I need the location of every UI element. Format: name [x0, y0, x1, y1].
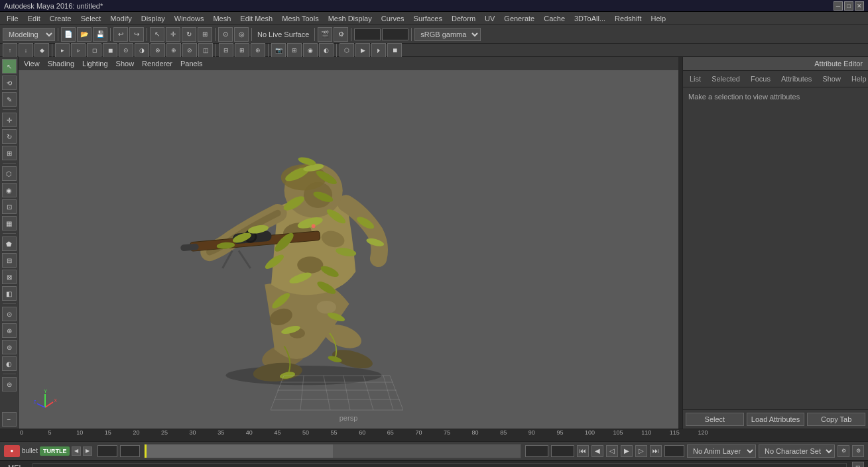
- viewport-menu-panels[interactable]: Panels: [178, 58, 206, 69]
- lasso-select-button[interactable]: ⊙: [218, 27, 233, 42]
- frame-jump-input[interactable]: 1: [664, 445, 684, 457]
- playback-end-input[interactable]: 200: [551, 445, 574, 457]
- prev-frame-button[interactable]: ◀: [72, 446, 81, 456]
- keyframe-button[interactable]: ◆: [34, 43, 49, 58]
- menu-windows[interactable]: Windows: [170, 13, 208, 24]
- viewport-menu-show[interactable]: Show: [113, 58, 137, 69]
- grid-btn[interactable]: ⊞: [287, 43, 302, 58]
- scale-button[interactable]: ⊞: [2, 146, 17, 160]
- rotate-tool-button[interactable]: ↻: [182, 27, 196, 42]
- icon-btn-9[interactable]: ⊘: [182, 43, 197, 58]
- icon-btn-5[interactable]: ⊙: [119, 43, 133, 58]
- icon-btn-3[interactable]: ◻: [87, 43, 101, 58]
- next-frame-button[interactable]: ▶: [83, 446, 92, 456]
- icon-btn-1[interactable]: ▸: [55, 43, 70, 58]
- stop-render-btn[interactable]: ⏹: [387, 43, 402, 58]
- menu-help[interactable]: Help: [647, 13, 670, 24]
- value-b-input[interactable]: 1.00: [382, 28, 408, 40]
- value-a-input[interactable]: 0.00: [354, 28, 381, 40]
- icon-btn-6[interactable]: ◑: [135, 43, 149, 58]
- snap-btn-1[interactable]: ⊟: [219, 43, 233, 58]
- tool-13[interactable]: ⊟: [2, 253, 17, 268]
- menu-mesh[interactable]: Mesh: [209, 13, 235, 24]
- gamma-dropdown[interactable]: sRGB gamma Linear: [414, 28, 481, 41]
- play-back-button[interactable]: ◁: [606, 445, 618, 457]
- menu-3dtoall[interactable]: 3DToAll...: [570, 13, 609, 24]
- lasso-button[interactable]: ⟲: [2, 76, 17, 90]
- paint-button[interactable]: ✎: [2, 92, 17, 107]
- save-file-button[interactable]: 💾: [93, 27, 107, 42]
- menu-cache[interactable]: Cache: [540, 13, 569, 24]
- shading-btn[interactable]: ◐: [319, 43, 334, 58]
- menu-create[interactable]: Create: [46, 13, 76, 24]
- icon-btn-7[interactable]: ⊗: [151, 43, 165, 58]
- menu-mesh-tools[interactable]: Mesh Tools: [278, 13, 322, 24]
- select-tool-button[interactable]: ↖: [150, 27, 164, 42]
- minimize-button[interactable]: ─: [834, 1, 843, 11]
- menu-uv[interactable]: UV: [481, 13, 499, 24]
- menu-curves[interactable]: Curves: [377, 13, 408, 24]
- icon-btn-4[interactable]: ◼: [103, 43, 117, 58]
- menu-display[interactable]: Display: [137, 13, 169, 24]
- viewport-menu-view[interactable]: View: [21, 58, 42, 69]
- go-end-button[interactable]: ⏭: [650, 445, 662, 457]
- move-tool-button[interactable]: ✛: [166, 27, 180, 42]
- attr-tab-help[interactable]: Help: [847, 74, 868, 84]
- icon-btn-8[interactable]: ⊕: [166, 43, 181, 58]
- viewport-menu-lighting[interactable]: Lighting: [80, 58, 111, 69]
- paint-select-button[interactable]: ◎: [234, 27, 249, 42]
- menu-redshift[interactable]: Redshift: [611, 13, 645, 24]
- char-settings-button[interactable]: ⚙: [852, 445, 864, 457]
- anim-layer-select[interactable]: No Anim Layer BaseAnimation: [687, 444, 756, 458]
- tool-19[interactable]: ◐: [2, 356, 17, 371]
- step-back-button[interactable]: ◀: [591, 445, 603, 457]
- tool-14[interactable]: ⊠: [2, 270, 17, 284]
- anim-settings-button[interactable]: ⚙: [837, 445, 849, 457]
- menu-surfaces[interactable]: Surfaces: [410, 13, 446, 24]
- tool-20[interactable]: ⊝: [2, 377, 17, 391]
- menu-edit[interactable]: Edit: [24, 13, 44, 24]
- menu-deform[interactable]: Deform: [448, 13, 479, 24]
- viewport[interactable]: View Shading Lighting Show Renderer Pane…: [19, 57, 678, 429]
- tool-16[interactable]: ⊙: [2, 307, 17, 321]
- attr-tab-focus[interactable]: Focus: [747, 74, 775, 84]
- tool-15[interactable]: ◧: [2, 286, 17, 301]
- render-button[interactable]: 🎬: [318, 27, 332, 42]
- snap-btn-3[interactable]: ⊛: [251, 43, 265, 58]
- character-set-select[interactable]: No Character Set: [759, 444, 835, 458]
- attr-tab-show[interactable]: Show: [818, 74, 845, 84]
- minus-button[interactable]: −: [2, 412, 17, 427]
- render-seq-btn[interactable]: ⏵: [371, 43, 386, 58]
- turtle-button[interactable]: TURTLE: [40, 446, 70, 456]
- tool-10[interactable]: ⊡: [2, 199, 17, 214]
- viewport-menu-renderer[interactable]: Renderer: [139, 58, 175, 69]
- new-file-button[interactable]: 📄: [61, 27, 76, 42]
- render-settings-button[interactable]: ⚙: [334, 27, 348, 42]
- render-view-btn[interactable]: ⬡: [340, 43, 354, 58]
- go-start-button[interactable]: ⏮: [577, 445, 589, 457]
- tool-12[interactable]: ⬟: [2, 236, 17, 251]
- redo-button[interactable]: ↪: [129, 27, 144, 42]
- camera-btn[interactable]: 📷: [271, 43, 286, 58]
- menu-generate[interactable]: Generate: [500, 13, 538, 24]
- load-attributes-button[interactable]: Load Attributes: [747, 413, 805, 426]
- icon-btn-10[interactable]: ◫: [198, 43, 213, 58]
- select-arrow-button[interactable]: ↖: [2, 59, 17, 74]
- undo-button[interactable]: ↩: [113, 27, 128, 42]
- tool-8[interactable]: ⬡: [2, 166, 17, 181]
- snap-btn-2[interactable]: ⊞: [235, 43, 249, 58]
- maximize-button[interactable]: □: [844, 1, 853, 11]
- rotate-button[interactable]: ↻: [2, 129, 17, 144]
- play-forward-button[interactable]: ▶: [621, 445, 633, 457]
- menu-file[interactable]: File: [3, 13, 23, 24]
- attr-tab-list[interactable]: List: [686, 74, 705, 84]
- menu-select[interactable]: Select: [77, 13, 105, 24]
- render-all-btn[interactable]: ▶: [355, 43, 370, 58]
- mode-select[interactable]: Modeling Rigging Animation: [3, 28, 55, 41]
- attr-tab-selected[interactable]: Selected: [708, 74, 744, 84]
- icon-btn-2[interactable]: ▹: [71, 43, 86, 58]
- menu-modify[interactable]: Modify: [106, 13, 135, 24]
- timeline-ruler[interactable]: 0 5 10 15 20 25 30 35 40 45 50 55 60 65 …: [0, 429, 868, 441]
- status-resize-button[interactable]: ⊞: [852, 462, 864, 468]
- timeline-track[interactable]: [144, 444, 521, 458]
